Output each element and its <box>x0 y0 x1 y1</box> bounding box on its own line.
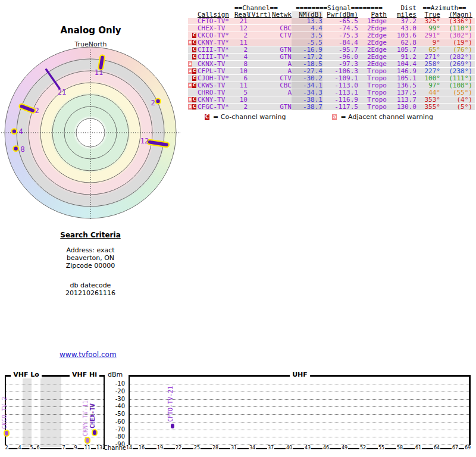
path-cell: Tropo <box>358 75 387 82</box>
adjacent-channel-warning-icon: a <box>188 68 192 74</box>
azimuth-true-cell: 355° <box>416 104 440 110</box>
dbm-tick-label: -80 <box>106 433 125 440</box>
distance-cell: 37.2 <box>387 18 416 24</box>
db-datecode-value: 201210261116 <box>31 289 150 297</box>
warning-cell: C <box>188 46 198 53</box>
spectrum-station-label: CFTO-TV-21 <box>167 386 174 422</box>
network-cell <box>271 18 292 24</box>
spectrum-station-label: CKNY-TV-11 <box>82 400 89 436</box>
dbm-gridline <box>6 384 104 384</box>
co-channel-warning-icon: C <box>192 68 196 74</box>
channel-tick-label: 25 <box>193 445 201 450</box>
co-channel-warning-icon <box>192 61 196 67</box>
spectrum-station-marker <box>86 438 89 443</box>
power-cell: -113.0 <box>322 82 358 89</box>
network-cell: CTV <box>271 32 292 39</box>
azimuth-true-cell: 291° <box>416 32 440 39</box>
noise-margin-cell: 3.5 <box>292 32 322 39</box>
path-cell: 2Edge <box>358 54 387 60</box>
virtual-channel-cell <box>248 25 271 32</box>
warning-cell: aC <box>188 39 198 46</box>
dbm-gridline <box>130 414 469 415</box>
azimuth-true-cell: 325° <box>416 18 440 24</box>
channel-tick-label: 43 <box>304 445 311 450</box>
channel-tick-label: 34 <box>249 445 256 450</box>
col-header-virt: (Virt) <box>248 11 271 18</box>
power-cell: -117.5 <box>322 104 358 110</box>
power-cell: -116.9 <box>322 96 358 103</box>
callsign-cell: CKNX-TV <box>198 61 234 67</box>
callsign-cell: CHRO-TV <box>198 89 234 96</box>
spectrum-station-marker <box>5 431 8 436</box>
network-cell <box>271 39 292 46</box>
power-cell: -65.5 <box>322 18 358 24</box>
station-marker-channel-label: 12 <box>140 137 149 145</box>
callsign-cell: CFGC-TV* <box>198 104 234 110</box>
channel-tick-label: 19 <box>156 445 164 450</box>
path-cell: Tropo <box>358 96 387 103</box>
adjacent-channel-warning-icon <box>188 26 192 31</box>
virtual-channel-cell <box>248 104 271 110</box>
table-row: CCKCO-TV*2CTV3.5-75.32Edge103.6291°(302°… <box>188 32 475 39</box>
warning-cell: a <box>188 61 198 67</box>
azimuth-true-cell: 65° <box>416 46 440 53</box>
db-datecode-label: db datecode <box>31 281 150 289</box>
co-channel-warning-icon: C <box>192 33 196 38</box>
real-channel-cell: 6 <box>234 75 248 82</box>
co-channel-warning-icon: C <box>205 114 209 120</box>
channel-tick-label: 49 <box>341 445 348 450</box>
search-address-line: Address: exact <box>31 246 150 254</box>
co-channel-warning-icon <box>192 90 196 95</box>
uhf-band-label: UHF <box>290 371 310 378</box>
distance-cell: 136.5 <box>387 82 416 89</box>
azimuth-magnetic-cell: (19°) <box>440 39 472 46</box>
callsign-cell: CFPL-TV <box>198 68 234 74</box>
warning-cell: C <box>188 54 198 60</box>
power-cell: -96.0 <box>322 54 358 60</box>
distance-cell: 137.5 <box>387 89 416 96</box>
channel-tick-label: 46 <box>322 445 330 450</box>
azimuth-true-cell: 100° <box>416 75 440 82</box>
station-table: ==Channel== ========Signal======== Dist … <box>188 5 475 121</box>
polar-overlay: 1121248212 <box>0 18 181 220</box>
virtual-channel-cell <box>248 61 271 67</box>
adjacent-channel-legend-text: = Adjacent channel warning <box>340 113 433 121</box>
channel-tick-label: 11 <box>84 445 91 450</box>
callsign-cell: CHEX-TV <box>198 25 234 32</box>
network-cell: A <box>271 68 292 74</box>
dbm-gridline <box>130 399 469 400</box>
table-row: aCCFGC-TV*2GTN-38.7-117.5Tropo130.0355°(… <box>188 104 475 111</box>
azimuth-magnetic-cell: (110°) <box>440 25 472 32</box>
channel-tick-label: 40 <box>286 445 293 450</box>
warning-cell <box>188 18 198 24</box>
virtual-channel-cell <box>248 75 271 82</box>
noise-margin-cell: 13.3 <box>292 18 322 24</box>
path-cell: Tropo <box>358 89 387 96</box>
noise-margin-cell: -34.3 <box>292 89 322 96</box>
azimuth-true-cell: 258° <box>416 61 440 67</box>
co-channel-warning-icon: C <box>192 83 196 88</box>
distance-cell: 104.4 <box>387 61 416 67</box>
spectrum-station-marker <box>93 430 96 435</box>
power-cell: -113.1 <box>322 89 358 96</box>
channel-tick-label: 9 <box>73 445 77 450</box>
path-cell: Tropo <box>358 104 387 110</box>
virtual-channel-cell <box>248 68 271 74</box>
warning-cell <box>188 25 198 32</box>
search-criteria-title: Search Criteria <box>31 231 150 239</box>
vhf-hi-band-label: VHF Hi <box>70 371 99 378</box>
noise-margin-cell: -38.1 <box>292 96 322 103</box>
dbm-axis-label: dBm <box>108 371 123 378</box>
channel-tick-label: 37 <box>267 445 274 450</box>
callsign-cell: CJOH-TV* <box>198 75 234 82</box>
spectrum-station-label: CHEX-TV <box>89 403 96 428</box>
adjacent-channel-warning-icon: a <box>188 40 192 45</box>
spectrum-station-marker <box>171 424 174 428</box>
path-cell: 2Edge <box>358 32 387 39</box>
path-cell: 1Edge <box>358 18 387 24</box>
channel-tick-label: 16 <box>138 445 145 450</box>
channel-tick-label: 22 <box>175 445 182 450</box>
warning-cell: aC <box>188 104 198 110</box>
warning-cell: aC <box>188 82 198 89</box>
tvfool-link[interactable]: www.tvfool.com <box>60 350 117 359</box>
